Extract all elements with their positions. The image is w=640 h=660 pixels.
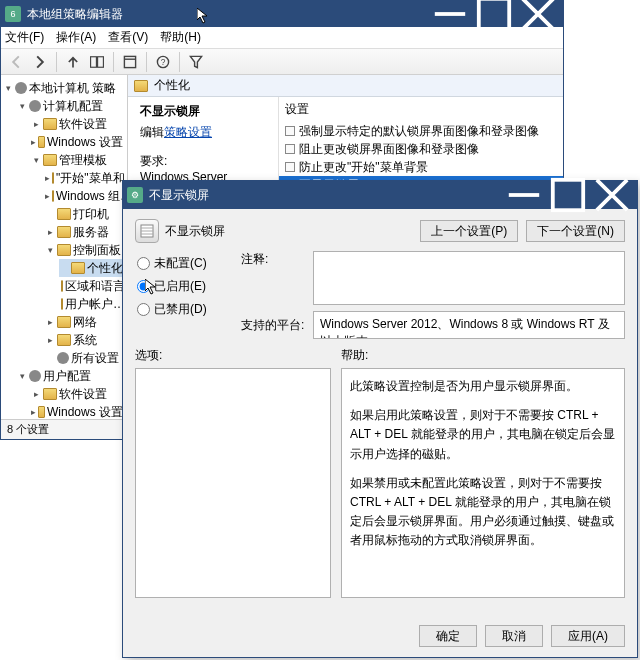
- tree-c-system[interactable]: 系统: [73, 331, 97, 349]
- tree-c-wincomp[interactable]: Windows 组…: [56, 187, 128, 205]
- tree-computer[interactable]: 计算机配置: [43, 97, 103, 115]
- dialog-close-button[interactable]: [593, 184, 631, 206]
- policy-icon: [135, 219, 159, 243]
- dialog-title: 不显示锁屏: [149, 187, 209, 204]
- svg-rect-2: [98, 56, 104, 67]
- edit-policy-link[interactable]: 策略设置: [164, 125, 212, 139]
- folder-icon: [57, 334, 71, 346]
- setting-label: 阻止更改锁屏界面图像和登录图像: [299, 141, 479, 158]
- help-button[interactable]: ?: [152, 51, 174, 73]
- dialog-minimize-button[interactable]: [505, 184, 543, 206]
- setting-icon: [285, 126, 295, 136]
- folder-icon: [38, 406, 45, 418]
- help-label: 帮助:: [341, 347, 625, 368]
- forward-button[interactable]: [29, 51, 51, 73]
- close-button[interactable]: [519, 3, 557, 25]
- folder-icon: [57, 208, 71, 220]
- comment-textarea[interactable]: [313, 251, 625, 305]
- radio-enabled[interactable]: 已启用(E): [137, 278, 233, 295]
- cancel-button[interactable]: 取消: [485, 625, 543, 647]
- minimize-button[interactable]: [431, 3, 469, 25]
- help-paragraph: 此策略设置控制是否为用户显示锁屏界面。: [350, 377, 616, 396]
- req-label: 要求:: [140, 153, 262, 170]
- policy-tree[interactable]: ▾本地计算机 策略 ▾计算机配置 ▸软件设置 ▸Windows 设置 ▾管理模板…: [1, 79, 127, 419]
- filter-button[interactable]: [185, 51, 207, 73]
- tree-c-admin[interactable]: 管理模板: [59, 151, 107, 169]
- tree-c-network[interactable]: 网络: [73, 313, 97, 331]
- folder-icon: [134, 80, 148, 92]
- tree-root[interactable]: 本地计算机 策略: [29, 79, 116, 97]
- setting-icon: [285, 162, 295, 172]
- properties-button[interactable]: [119, 51, 141, 73]
- breadcrumb: 个性化: [128, 75, 563, 97]
- prev-setting-button[interactable]: 上一个设置(P): [420, 220, 518, 242]
- tree-c-all[interactable]: 所有设置: [71, 349, 119, 367]
- tree-c-printer[interactable]: 打印机: [73, 205, 109, 223]
- tree-u-software[interactable]: 软件设置: [59, 385, 107, 403]
- all-icon: [57, 352, 69, 364]
- tree-c-server[interactable]: 服务器: [73, 223, 109, 241]
- menu-action[interactable]: 操作(A): [56, 29, 96, 46]
- window-title: 本地组策略编辑器: [27, 6, 123, 23]
- computer-icon: [29, 100, 41, 112]
- menu-help[interactable]: 帮助(H): [160, 29, 201, 46]
- ok-button[interactable]: 确定: [419, 625, 477, 647]
- svg-rect-1: [91, 56, 97, 67]
- options-label: 选项:: [135, 347, 331, 368]
- tree-c-cp[interactable]: 控制面板: [73, 241, 121, 259]
- setting-row[interactable]: 防止更改"开始"菜单背景: [279, 158, 563, 176]
- comment-label: 注释:: [241, 251, 307, 268]
- show-hide-button[interactable]: [86, 51, 108, 73]
- svg-rect-0: [479, 0, 509, 29]
- folder-icon: [52, 190, 54, 202]
- folder-icon: [38, 136, 45, 148]
- tree-c-region[interactable]: 区域和语言…: [65, 277, 128, 295]
- tree-c-windows[interactable]: Windows 设置: [47, 133, 123, 151]
- setting-icon: [285, 144, 295, 154]
- up-button[interactable]: [62, 51, 84, 73]
- menubar: 文件(F) 操作(A) 查看(V) 帮助(H): [1, 27, 563, 49]
- svg-rect-3: [124, 56, 135, 67]
- help-box[interactable]: 此策略设置控制是否为用户显示锁屏界面。如果启用此策略设置，则对于不需要按 CTR…: [341, 368, 625, 598]
- gpedit-titlebar[interactable]: 6 本地组策略编辑器: [1, 1, 563, 27]
- dialog-icon: ⚙: [127, 187, 143, 203]
- tree-c-start[interactable]: "开始"菜单和…: [56, 169, 128, 187]
- policy-title: 不显示锁屏: [134, 97, 268, 122]
- radio-not-configured[interactable]: 未配置(C): [137, 255, 233, 272]
- policy-dialog: ⚙ 不显示锁屏 不显示锁屏 上一个设置(P) 下一个设置(N) 未配置(C) 已…: [122, 180, 638, 658]
- folder-icon: [57, 226, 71, 238]
- tree-c-software[interactable]: 软件设置: [59, 115, 107, 133]
- maximize-button[interactable]: [475, 3, 513, 25]
- next-setting-button[interactable]: 下一个设置(N): [526, 220, 625, 242]
- radio-disabled[interactable]: 已禁用(D): [137, 301, 233, 318]
- app-icon: 6: [5, 6, 21, 22]
- setting-label: 防止更改"开始"菜单背景: [299, 159, 428, 176]
- tree-pane[interactable]: ▾本地计算机 策略 ▾计算机配置 ▸软件设置 ▸Windows 设置 ▾管理模板…: [1, 75, 128, 419]
- folder-icon: [43, 154, 57, 166]
- apply-button[interactable]: 应用(A): [551, 625, 625, 647]
- folder-icon: [57, 316, 71, 328]
- menu-file[interactable]: 文件(F): [5, 29, 44, 46]
- folder-icon: [43, 118, 57, 130]
- setting-row[interactable]: 强制显示特定的默认锁屏界面图像和登录图像: [279, 122, 563, 140]
- dialog-maximize-button[interactable]: [549, 184, 587, 206]
- options-box: [135, 368, 331, 598]
- help-paragraph: 如果禁用或未配置此策略设置，则对于不需要按 CTRL + ALT + DEL 就…: [350, 474, 616, 551]
- tree-u-windows[interactable]: Windows 设置: [47, 403, 123, 419]
- setting-row[interactable]: 阻止更改锁屏界面图像和登录图像: [279, 140, 563, 158]
- tree-user[interactable]: 用户配置: [43, 367, 91, 385]
- menu-view[interactable]: 查看(V): [108, 29, 148, 46]
- toolbar: ?: [1, 49, 563, 75]
- back-button[interactable]: [5, 51, 27, 73]
- tree-c-user[interactable]: 用户帐户…: [65, 295, 125, 313]
- dialog-titlebar[interactable]: ⚙ 不显示锁屏: [123, 181, 637, 209]
- folder-icon: [43, 388, 57, 400]
- settings-header: 设置: [279, 101, 563, 122]
- edit-prefix: 编辑: [140, 125, 164, 139]
- dialog-heading: 不显示锁屏: [165, 223, 225, 240]
- tree-c-personal[interactable]: 个性化: [87, 259, 123, 277]
- supported-label: 支持的平台:: [241, 317, 307, 334]
- user-icon: [29, 370, 41, 382]
- root-icon: [15, 82, 27, 94]
- folder-icon: [61, 298, 63, 310]
